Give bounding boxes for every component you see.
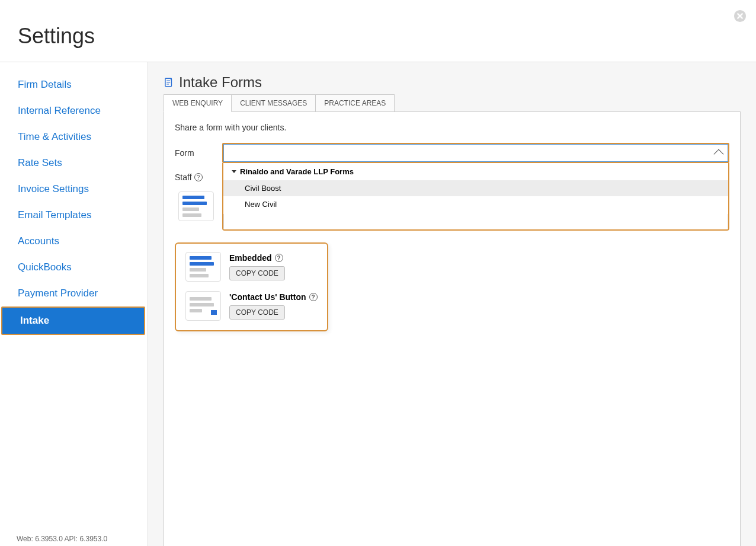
- sidebar-item-internal-reference[interactable]: Internal Reference: [0, 98, 148, 124]
- sidebar-item-time-activities[interactable]: Time & Activities: [0, 124, 148, 150]
- card-thumbnail-icon: [178, 191, 214, 221]
- close-icon[interactable]: [733, 9, 747, 23]
- sidebar-item-email-templates[interactable]: Email Templates: [0, 202, 148, 228]
- card-contact-us-button: 'Contact Us' Button ? COPY CODE: [182, 288, 321, 324]
- sidebar-item-payment-provider[interactable]: Payment Provider: [0, 280, 148, 306]
- tab-client-messages[interactable]: CLIENT MESSAGES: [232, 94, 316, 112]
- help-icon[interactable]: ?: [309, 293, 318, 301]
- help-icon[interactable]: ?: [275, 254, 283, 262]
- form-label: Form: [175, 148, 222, 158]
- dropdown-option-civil-boost[interactable]: Civil Boost: [223, 180, 728, 196]
- card-thumbnail-icon: [185, 252, 221, 282]
- staff-label: Staff ?: [175, 173, 222, 182]
- copy-code-button[interactable]: COPY CODE: [229, 305, 285, 320]
- dropdown-group-rinaldo[interactable]: Rinaldo and Varade LLP Forms: [223, 163, 728, 180]
- card-title: Embedded: [229, 253, 272, 263]
- sidebar-item-invoice-settings[interactable]: Invoice Settings: [0, 176, 148, 202]
- copy-code-button[interactable]: COPY CODE: [229, 266, 285, 280]
- sidebar-item-quickbooks[interactable]: QuickBooks: [0, 254, 148, 280]
- card-thumbnail-icon: [185, 291, 221, 321]
- tab-panel-web-enquiry: Share a form with your clients. Form Rin…: [164, 111, 741, 546]
- intake-form-icon: [164, 77, 174, 88]
- tab-web-enquiry[interactable]: WEB ENQUIRY: [164, 94, 232, 112]
- dropdown-group-label: Rinaldo and Varade LLP Forms: [240, 167, 354, 176]
- sidebar-item-firm-details[interactable]: Firm Details: [0, 72, 148, 98]
- form-select[interactable]: [222, 143, 729, 163]
- page-title: Settings: [18, 24, 738, 49]
- panel-heading: Intake Forms: [179, 74, 262, 91]
- card-embedded: Embedded ? COPY CODE: [182, 248, 321, 285]
- sidebar-item-rate-sets[interactable]: Rate Sets: [0, 150, 148, 176]
- help-icon[interactable]: ?: [194, 173, 203, 181]
- sidebar-item-intake[interactable]: Intake: [1, 306, 145, 335]
- chevron-up-icon: [714, 149, 724, 159]
- embed-options: Embedded ? COPY CODE 'Contact Us': [175, 242, 328, 331]
- card-title: 'Contact Us' Button: [229, 292, 306, 302]
- tab-practice-areas[interactable]: PRACTICE AREAS: [316, 94, 395, 112]
- sidebar-item-accounts[interactable]: Accounts: [0, 228, 148, 254]
- version-text: Web: 6.3953.0 API: 6.3953.0: [0, 535, 148, 546]
- chevron-down-icon: [232, 170, 236, 173]
- dropdown-option-new-civil[interactable]: New Civil: [223, 196, 728, 212]
- form-dropdown: Rinaldo and Varade LLP Forms Civil Boost…: [222, 163, 729, 231]
- settings-sidebar: Firm Details Internal Reference Time & A…: [0, 62, 148, 546]
- panel-description: Share a form with your clients.: [175, 123, 729, 132]
